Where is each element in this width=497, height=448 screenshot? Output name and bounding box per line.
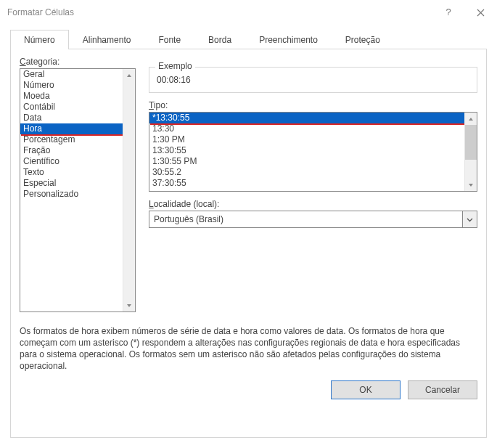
locale-select[interactable]: Português (Brasil) [149, 211, 477, 228]
tab-fill[interactable]: Preenchimento [245, 30, 332, 49]
tabstrip: Número Alinhamento Fonte Borda Preenchim… [10, 29, 487, 49]
tab-number[interactable]: Número [10, 30, 69, 49]
annotation-underline [150, 123, 464, 125]
scrollbar[interactable] [123, 69, 135, 311]
tab-label: Fonte [158, 35, 181, 45]
cancel-button[interactable]: Cancelar [408, 380, 477, 399]
list-item[interactable]: 1:30 PM [149, 134, 477, 145]
format-cells-dialog: Formatar Células ? Número Alinhamento Fo… [0, 0, 497, 448]
window-title: Formatar Células [7, 7, 432, 17]
list-item[interactable]: 1:30:55 PM [149, 156, 477, 167]
locale-label: Localidade (local): [149, 199, 477, 209]
list-item[interactable]: 13:30:55 [149, 145, 477, 156]
tab-label: Borda [208, 35, 231, 45]
list-item[interactable]: Porcentagem [20, 134, 135, 145]
titlebar: Formatar Células ? [0, 0, 497, 25]
sample-fieldset: Exemplo 00:08:16 [149, 67, 477, 93]
scroll-up-button[interactable] [123, 69, 135, 81]
button-label: Cancelar [425, 385, 460, 395]
details-column: Exemplo 00:08:16 Tipo: *13:30:5513:301:3… [149, 57, 477, 228]
ok-button[interactable]: OK [331, 380, 401, 399]
svg-text:?: ? [445, 7, 451, 17]
list-item[interactable]: Especial [20, 178, 135, 189]
list-item[interactable]: Hora [20, 123, 135, 134]
list-item[interactable]: Contábil [20, 102, 135, 113]
tab-label: Número [24, 35, 55, 45]
category-label: Categoria: [20, 57, 136, 67]
tab-panel-number: Categoria: GeralNúmeroMoedaContábilDataH… [10, 49, 487, 438]
list-item[interactable]: Científico [20, 156, 135, 167]
tab-font[interactable]: Fonte [144, 30, 194, 49]
tab-alignment[interactable]: Alinhamento [69, 30, 145, 49]
button-label: OK [359, 385, 371, 395]
dialog-footer: OK Cancelar [20, 380, 477, 399]
list-item[interactable]: Geral [20, 69, 135, 80]
tab-protection[interactable]: Proteção [332, 30, 394, 49]
type-label: Tipo: [149, 100, 477, 110]
scrollbar-thumb[interactable] [465, 125, 477, 160]
dropdown-button[interactable] [462, 211, 477, 227]
list-item[interactable]: Data [20, 113, 135, 123]
locale-value: Português (Brasil) [149, 214, 462, 224]
list-item[interactable]: Número [20, 80, 135, 91]
category-listbox[interactable]: GeralNúmeroMoedaContábilDataHoraPorcenta… [20, 68, 136, 312]
list-item[interactable]: Moeda [20, 91, 135, 102]
sample-legend: Exemplo [155, 61, 195, 71]
help-button[interactable]: ? [432, 0, 464, 25]
scroll-up-button[interactable] [465, 113, 477, 125]
sample-value: 00:08:16 [155, 75, 471, 85]
list-item[interactable]: 13:30 [149, 123, 477, 134]
category-column: Categoria: GeralNúmeroMoedaContábilDataH… [20, 57, 136, 312]
list-item[interactable]: Texto [20, 167, 135, 178]
chevron-down-icon [467, 216, 473, 223]
scroll-down-button[interactable] [123, 299, 135, 311]
annotation-underline [21, 134, 123, 136]
list-item[interactable]: 37:30:55 [149, 178, 477, 189]
scroll-down-button[interactable] [465, 179, 477, 191]
list-item[interactable]: *13:30:55 [149, 113, 477, 123]
list-item[interactable]: Personalizado [20, 189, 135, 200]
tab-label: Preenchimento [259, 35, 318, 45]
close-button[interactable] [464, 0, 497, 25]
dialog-body: Número Alinhamento Fonte Borda Preenchim… [0, 25, 497, 448]
type-listbox[interactable]: *13:30:5513:301:30 PM13:30:551:30:55 PM3… [149, 112, 477, 192]
tab-border[interactable]: Borda [194, 30, 245, 49]
tab-label: Proteção [345, 35, 380, 45]
tab-label: Alinhamento [83, 35, 131, 45]
description-text: Os formatos de hora exibem números de sé… [20, 325, 477, 372]
list-item[interactable]: 30:55.2 [149, 167, 477, 178]
scrollbar[interactable] [464, 113, 477, 191]
list-item[interactable]: Fração [20, 145, 135, 156]
